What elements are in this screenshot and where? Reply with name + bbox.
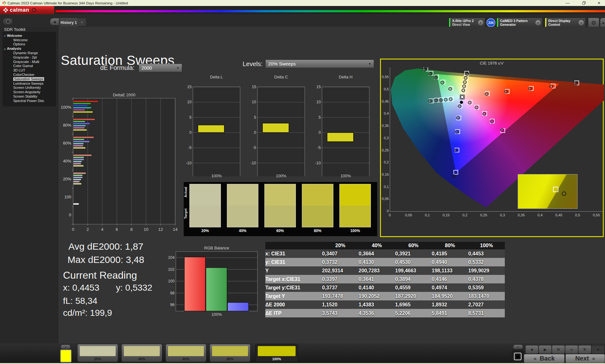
results-table[interactable]: 20%40%60%80%100%x: CIE310,34070,36640,39… xyxy=(265,242,505,317)
sidebar-item-analysis[interactable]: ◢Analysis xyxy=(3,46,56,51)
measured-point-magenta xyxy=(483,112,486,115)
sidebar-item-dynamic-range[interactable]: Dynamic Range xyxy=(3,51,56,55)
inset-measured-circle xyxy=(562,191,566,196)
table-row-e-itp: ΔE ITP3,57434,35365,22065,84918,5731 xyxy=(265,309,505,317)
sidebar-item-screen-angularity[interactable]: Screen Angularity xyxy=(3,90,56,94)
sidebar-collapse-button[interactable]: ◀ xyxy=(50,18,59,26)
restore-button[interactable] xyxy=(579,0,589,6)
display-control-dropdown-icon[interactable]: ▼ xyxy=(579,20,584,26)
sidebar-item-spectral-power-dist[interactable]: Spectral Power Dist. xyxy=(3,99,56,103)
actual-target-swatch-strip[interactable]: Actual Target 20%40%60%80%100% xyxy=(184,182,377,236)
sidebar-item-saturation-sweeps[interactable]: Saturation Sweeps xyxy=(3,77,56,81)
cie-1976-chart[interactable]: CIE 1976 u'v' 00,050,10,150,20,250,30,35… xyxy=(380,59,604,237)
tree-expander-icon[interactable]: ◢ xyxy=(4,34,7,37)
display-control-button[interactable]: Direct Display Control ▼ xyxy=(545,18,586,28)
target-swatch xyxy=(302,206,333,227)
minimize-button[interactable]: — xyxy=(563,0,572,6)
logo-dropdown-icon[interactable]: ▼ xyxy=(32,8,36,12)
add-tab-button[interactable]: + xyxy=(78,18,86,26)
calman-menu-button[interactable]: calman ▼ xyxy=(0,6,54,14)
swatch-column-label: 80% xyxy=(302,229,333,233)
sidebar-item-grayscale-2pt[interactable]: Grayscale - 2pt xyxy=(3,55,56,60)
row-value: 5,2206 xyxy=(395,309,432,317)
svg-text:10: 10 xyxy=(252,100,256,104)
sidebar-item-label: Dynamic Range xyxy=(13,51,38,55)
pattern-generator-button[interactable]: CalMED 3 Pattern Generator ▼ xyxy=(497,18,543,28)
cie-x-tick: 0,1 xyxy=(423,213,432,217)
step-icon: H xyxy=(557,348,560,351)
sidebar-item-grayscale-multi[interactable]: Grayscale - Multi xyxy=(3,60,56,64)
row-value: 0,4940 xyxy=(432,258,468,266)
next-button[interactable]: Next » xyxy=(565,354,605,363)
delta-l-chart[interactable]: 151050-5-10-15 xyxy=(182,79,245,178)
swatch-column-label: 100% xyxy=(339,229,371,233)
step-button[interactable]: H xyxy=(552,345,565,354)
pattern-expand-button[interactable]: ▲ xyxy=(60,344,71,349)
measured-point-yellow xyxy=(463,81,466,84)
pattern-level-button-80[interactable]: 80% xyxy=(210,344,251,362)
pattern-level-button-100[interactable]: 100% xyxy=(255,344,298,362)
sidebar-item-welcome[interactable]: ◢Welcome xyxy=(3,33,56,38)
sidebar-item-luminance-sweeps[interactable]: Luminance Sweeps xyxy=(3,81,56,86)
refresh-button[interactable]: ↻ xyxy=(578,345,591,354)
measured-point-blue xyxy=(458,105,461,108)
workspace-button[interactable] xyxy=(3,18,13,25)
svg-text:4: 4 xyxy=(101,227,104,232)
measured-point-cyan xyxy=(439,99,442,102)
meter-device-button[interactable]: X-Rite i1Pro 2 Direct View ▼ xyxy=(449,18,485,28)
deltae-2000-chart[interactable]: 02468101214100%80%60%40%20%1000 xyxy=(50,92,183,237)
sidebar-item-screen-uniformity[interactable]: Screen Uniformity xyxy=(3,86,56,90)
table-row-y-cie31: y: CIE310,37320,41300,45300,49400,5332 xyxy=(265,258,505,266)
titlebar: Calman 2023 Calman Ultimate for Business… xyxy=(0,0,605,6)
delta-c-chart[interactable]: 151050-5-10-15 xyxy=(247,79,310,178)
pattern-window-button[interactable] xyxy=(511,350,524,363)
delta-l-xlabel: 100% xyxy=(193,173,240,178)
de-formula-dropdown[interactable]: 2000 ▼ xyxy=(139,64,182,72)
swatch-cell-20 xyxy=(189,184,221,227)
pattern-level-color xyxy=(124,346,160,356)
stop-button[interactable]: ■ xyxy=(525,345,539,354)
stop-icon: ■ xyxy=(531,348,533,351)
pattern-level-button-20[interactable]: 20% xyxy=(77,344,118,362)
close-button[interactable]: × xyxy=(594,0,604,6)
active-pattern-swatch[interactable] xyxy=(60,350,72,362)
svg-text:5: 5 xyxy=(254,115,256,120)
tab-history-1[interactable]: History 1 xyxy=(59,18,78,27)
sidebar-item-color-gamut[interactable]: Color Gamut xyxy=(3,64,56,68)
loop-button[interactable]: ∞ xyxy=(565,345,578,354)
sidebar-item-colorchecker[interactable]: ColorChecker xyxy=(3,72,56,77)
svg-text:12: 12 xyxy=(158,227,163,232)
play-button[interactable]: ▶ xyxy=(539,345,552,354)
target-row-label: Target xyxy=(184,214,187,219)
sidebar-item-label: ColorChecker xyxy=(13,73,34,77)
sidebar-item-label: 3D LUT xyxy=(13,68,25,72)
rgb-balance-xlabel: 100% xyxy=(176,312,257,317)
back-button[interactable]: « Back xyxy=(524,354,565,363)
pattern-level-button-60[interactable]: 60% xyxy=(165,344,206,362)
back-label: Back xyxy=(540,355,555,362)
levels-dropdown[interactable]: 20% Sweeps ▼ xyxy=(265,60,374,68)
svg-text:-5: -5 xyxy=(188,145,192,150)
sidebar-item-welcome[interactable]: Welcome xyxy=(3,38,56,42)
sidebar-item-3d-lut[interactable]: 3D LUT xyxy=(3,68,56,72)
measured-point-yellow xyxy=(463,85,466,88)
sidebar-item-options[interactable]: Options xyxy=(3,42,56,47)
calman-diamond-icon xyxy=(3,8,8,13)
sidebar-item-screen-stability[interactable]: Screen Stability xyxy=(3,94,56,99)
pattern-level-button-40[interactable]: 40% xyxy=(121,344,162,362)
tree-expander-icon[interactable]: ◢ xyxy=(4,48,7,50)
row-label: Target Y xyxy=(265,292,322,300)
meter-count-badge[interactable]: 234 xyxy=(487,18,495,27)
de-formula-value: 2000 xyxy=(141,65,152,71)
swatch-cell-100 xyxy=(339,184,371,227)
transport-expand-button[interactable]: ▲ xyxy=(513,344,523,349)
record-button[interactable]: ● xyxy=(591,345,605,354)
delta-h-chart[interactable]: 151050-5-10-15 xyxy=(311,79,374,178)
meter-dropdown-icon[interactable]: ▼ xyxy=(478,20,483,26)
rgb-balance-chart[interactable]: 9698100102104 xyxy=(164,246,265,315)
svg-text:20%: 20% xyxy=(63,177,71,181)
pattern-generator-dropdown-icon[interactable]: ▼ xyxy=(535,20,541,26)
pattern-level-color xyxy=(212,346,248,356)
svg-text:-15: -15 xyxy=(251,176,256,176)
target-square-blue xyxy=(454,170,458,174)
